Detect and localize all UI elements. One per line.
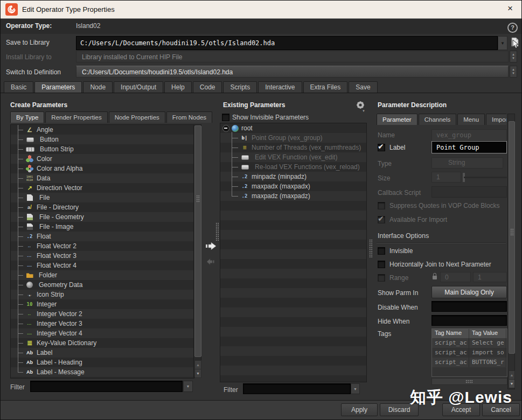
left-filter-input[interactable] — [31, 382, 182, 392]
scroll-down-icon[interactable]: ▼ — [194, 369, 201, 378]
switch-definition-spinner[interactable]: ▲▼ — [510, 66, 517, 78]
invisible-checkbox[interactable] — [378, 247, 385, 255]
list-item-button-strip[interactable]: Button Strip — [11, 144, 194, 154]
disable-when-input[interactable] — [432, 302, 506, 312]
mid-filter-dropdown-icon[interactable]: ▼ — [351, 383, 360, 394]
tags-table-row[interactable]: script_acSelect ge — [432, 338, 507, 348]
list-item-integer[interactable]: Integer — [11, 299, 194, 309]
list-item-folder[interactable]: Folder — [11, 270, 194, 280]
tree-root-row[interactable]: root — [220, 123, 366, 133]
tab-save[interactable]: Save — [349, 81, 377, 93]
list-item-file-image[interactable]: File - Image — [11, 222, 194, 232]
gear-icon[interactable] — [356, 101, 365, 109]
save-to-library-input[interactable] — [76, 37, 497, 50]
list-item-key-value-dictionary[interactable]: Key-Value Dictionary — [11, 338, 194, 348]
tree-item-minpadz[interactable]: minpadz (minpadz) — [220, 172, 366, 181]
right-panel-scrollbar[interactable]: ▲ ▼ — [507, 114, 515, 389]
tree-item-re-load-vex-functions[interactable]: Re-load VEX Functions (vex_reload) — [220, 162, 366, 172]
collapse-icon[interactable] — [222, 125, 229, 132]
gear-menu-caret-icon[interactable]: ▼ — [362, 109, 365, 113]
list-item-integer-vector-2[interactable]: Integer Vector 2 — [11, 309, 194, 319]
list-item-label: Color — [37, 155, 52, 163]
install-library-spinner[interactable]: ▲▼ — [510, 51, 517, 62]
tree-item-maxpadx[interactable]: maxpadx (maxpadx) — [220, 181, 366, 191]
desc-tab-import[interactable]: Import — [486, 114, 506, 125]
tab-extra-files[interactable]: Extra Files — [303, 81, 348, 93]
tree-item-point-group[interactable]: Point Group (vex_group) — [220, 133, 366, 143]
tree-item-number-of-threads[interactable]: Number of Threads (vex_numthreads) — [220, 143, 366, 152]
switch-to-definition-field[interactable]: C:/Users/L/Documents/houdini19.5/otls/Is… — [76, 66, 509, 78]
tab-basic[interactable]: Basic — [4, 81, 33, 93]
label-checkbox[interactable] — [378, 144, 385, 151]
tab-node[interactable]: Node — [83, 81, 113, 93]
desc-tab-parameter[interactable]: Parameter — [377, 114, 417, 125]
scroll-up-icon[interactable]: ▲ — [194, 360, 201, 369]
hide-when-input[interactable] — [432, 316, 506, 326]
tab-interactive[interactable]: Interactive — [258, 81, 302, 93]
tree-item-edit-vex-function[interactable]: Edit VEX Function (vex_edit) — [220, 152, 366, 162]
list-item-float[interactable]: Float — [11, 232, 194, 241]
tags-table-row[interactable]: script_acimport so — [432, 348, 507, 358]
list-item-label-heading[interactable]: Label - Heading — [11, 358, 194, 367]
splitter-grip[interactable] — [369, 239, 372, 257]
list-item-data[interactable]: Data — [11, 173, 194, 183]
splitter-grip[interactable] — [215, 222, 219, 241]
list-item-geometry-data[interactable]: Geometry Data — [11, 280, 194, 290]
cp-tab-by-type[interactable]: By Type — [10, 111, 44, 123]
scroll-up-icon[interactable]: ▲ — [509, 370, 515, 380]
tab-code[interactable]: Code — [193, 81, 222, 93]
tab-scripts[interactable]: Scripts — [223, 81, 257, 93]
desc-tab-channels[interactable]: Channels — [419, 114, 457, 125]
list-item-color[interactable]: Color — [11, 154, 194, 164]
list-item-direction-vector[interactable]: Direction Vector — [11, 183, 194, 193]
list-item-label-message[interactable]: Label - Message — [11, 367, 194, 377]
tab-help[interactable]: Help — [164, 81, 192, 93]
list-item-float-vector-3[interactable]: Float Vector 3 — [11, 251, 194, 261]
label-field[interactable] — [431, 141, 507, 153]
list-item-file[interactable]: File — [11, 193, 194, 202]
scrollbar-thumb[interactable] — [194, 125, 201, 357]
label-input[interactable] — [432, 142, 506, 153]
left-list-scrollbar[interactable]: ▲ ▼ — [193, 124, 201, 377]
left-filter-field[interactable] — [30, 381, 183, 392]
list-item-integer-vector-4[interactable]: Integer Vector 4 — [11, 328, 194, 338]
list-item-color-and-alpha[interactable]: Color and Alpha — [11, 164, 194, 173]
tab-parameters[interactable]: Parameters — [34, 81, 82, 93]
show-invisible-parameters-checkbox[interactable] — [222, 114, 229, 121]
name-label: Name — [378, 131, 395, 139]
tags-horizontal-scrollbar[interactable] — [431, 378, 507, 385]
tab-input-output[interactable]: Input/Output — [114, 81, 163, 93]
list-item-file-geometry[interactable]: File - Geometry — [11, 212, 194, 222]
list-item-button[interactable]: Button — [11, 135, 194, 144]
cp-tab-render-properties[interactable]: Render Properties — [45, 111, 107, 123]
desc-tab-menu[interactable]: Menu — [457, 114, 485, 125]
mid-filter-input[interactable] — [243, 384, 350, 394]
move-left-arrow-icon[interactable] — [206, 258, 215, 265]
cp-tab-node-properties[interactable]: Node Properties — [109, 111, 165, 123]
cp-tab-from-nodes[interactable]: From Nodes — [166, 111, 212, 123]
save-to-library-field[interactable] — [76, 36, 498, 50]
list-item-float-vector-2[interactable]: Float Vector 2 — [11, 241, 194, 251]
help-icon[interactable]: ? — [507, 23, 518, 33]
hide-when-field[interactable] — [431, 315, 507, 326]
horizontal-join-checkbox[interactable] — [378, 261, 385, 268]
move-right-arrow-icon[interactable] — [205, 241, 217, 251]
list-item-float-vector-4[interactable]: Float Vector 4 — [11, 261, 194, 270]
list-item-label[interactable]: Label — [11, 348, 194, 358]
tags-table[interactable]: Tag Name Tag Value script_acSelect gescr… — [431, 328, 507, 377]
show-parm-in-dropdown[interactable]: Main Dialog Only — [431, 286, 507, 298]
tags-table-row[interactable]: script_acBUTTONS_r — [432, 358, 507, 367]
scrollbar-thumb[interactable] — [509, 121, 515, 354]
list-item-angle[interactable]: Angle — [11, 125, 194, 135]
apply-button[interactable]: Apply — [341, 403, 378, 416]
close-icon[interactable]: × — [504, 3, 516, 15]
left-filter-dropdown-icon[interactable]: ▼ — [183, 381, 193, 392]
list-item-file-directory[interactable]: File - Directory — [11, 202, 194, 212]
list-item-icon-strip[interactable]: Icon Strip — [11, 290, 194, 299]
save-library-dropdown-icon[interactable]: ▼ — [498, 36, 507, 50]
mid-filter-field[interactable] — [243, 383, 351, 394]
list-item-integer-vector-3[interactable]: Integer Vector 3 — [11, 319, 194, 328]
disable-when-field[interactable] — [431, 301, 507, 312]
tree-branch — [18, 149, 23, 150]
tree-item-maxpadz[interactable]: maxpadz (maxpadz) — [220, 191, 366, 201]
